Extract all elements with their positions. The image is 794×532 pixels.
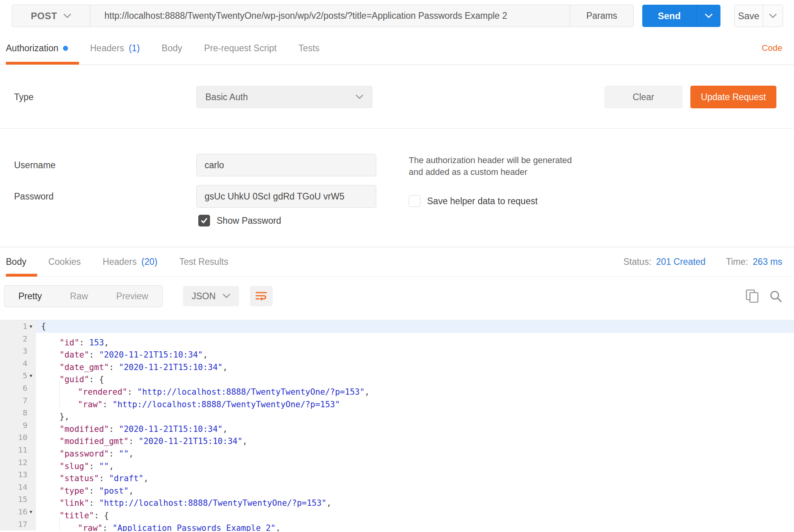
code-line-content[interactable]: "title": { <box>36 506 794 518</box>
code-line-content[interactable]: "id": 153, <box>36 333 794 345</box>
check-icon <box>200 217 208 225</box>
auth-helper: The authorization header will be generat… <box>409 154 572 226</box>
line-gutter: 3 <box>0 345 36 358</box>
code-line-content[interactable]: "raw": "http://localhost:8888/TwentyTwen… <box>36 395 794 407</box>
code-line-content[interactable]: "guid": { <box>36 370 794 382</box>
show-password-row: Show Password <box>198 215 376 226</box>
copy-response-button[interactable] <box>745 289 759 303</box>
tab-tests-label: Tests <box>298 43 320 54</box>
code-line-content[interactable]: "slug": "", <box>36 457 794 469</box>
code-line[interactable]: 2"id": 153, <box>0 333 794 345</box>
code-line-content[interactable]: { <box>36 320 794 333</box>
line-gutter: 2 <box>0 333 36 345</box>
username-input[interactable] <box>196 154 376 176</box>
response-tab-cookies[interactable]: Cookies <box>37 247 92 277</box>
code-line-content[interactable]: "status": "draft", <box>36 469 794 481</box>
response-tab-body[interactable]: Body <box>6 247 37 277</box>
code-link[interactable]: Code <box>762 43 782 53</box>
code-line[interactable]: 17"raw": "Application Passwords Example … <box>0 518 794 531</box>
line-gutter: 14 <box>0 481 36 494</box>
code-line[interactable]: 1▾{ <box>0 320 794 333</box>
code-line[interactable]: 13"status": "draft", <box>0 469 794 481</box>
send-options-button[interactable] <box>696 5 720 27</box>
code-line[interactable]: 6"rendered": "http://localhost:8888/Twen… <box>0 382 794 395</box>
view-raw-button[interactable]: Raw <box>56 286 102 307</box>
search-icon <box>769 289 782 303</box>
response-tab-headers[interactable]: Headers (20) <box>92 247 169 277</box>
show-password-label: Show Password <box>217 216 281 226</box>
indent <box>41 457 59 469</box>
password-row: Password <box>0 185 376 208</box>
code-line-content[interactable]: "modified_gmt": "2020-11-21T15:10:34", <box>36 431 794 444</box>
auth-type-select[interactable]: Basic Auth <box>196 86 372 108</box>
view-pretty-button[interactable]: Pretty <box>4 286 56 307</box>
code-line[interactable]: 14"type": "post", <box>0 481 794 494</box>
postman-app: POST Params Send Save Authorization Head… <box>0 0 794 531</box>
tab-prerequest-script[interactable]: Pre-request Script <box>193 32 287 65</box>
send-button[interactable]: Send <box>642 5 696 27</box>
response-tab-test-results-label: Test Results <box>179 257 228 267</box>
wrap-lines-icon <box>255 291 268 302</box>
method-dropdown[interactable]: POST <box>12 5 90 27</box>
save-helper-checkbox[interactable] <box>409 195 420 207</box>
chevron-down-icon <box>769 14 777 18</box>
fold-toggle-icon[interactable]: ▾ <box>27 506 34 518</box>
code-line[interactable]: 12"slug": "", <box>0 457 794 469</box>
format-select[interactable]: JSON <box>183 286 239 306</box>
tab-headers[interactable]: Headers (1) <box>79 32 151 65</box>
line-gutter: 10 <box>0 431 36 444</box>
url-input[interactable] <box>90 5 570 27</box>
tab-tests[interactable]: Tests <box>287 32 331 65</box>
code-line-content[interactable]: "raw": "Application Passwords Example 2"… <box>36 518 794 531</box>
code-line[interactable]: 3"date": "2020-11-21T15:10:34", <box>0 345 794 358</box>
line-gutter: 12 <box>0 457 36 469</box>
code-line[interactable]: 9"modified": "2020-11-21T15:10:34", <box>0 419 794 432</box>
code-line[interactable]: 16▾"title": { <box>0 506 794 518</box>
save-options-button[interactable] <box>763 5 783 27</box>
auth-toolbar: Type Basic Auth Clear Update Request <box>0 86 794 108</box>
code-line[interactable]: 15"link": "http://localhost:8888/TwentyT… <box>0 493 794 506</box>
line-number: 16 <box>18 506 27 518</box>
update-request-button[interactable]: Update Request <box>690 86 776 108</box>
helper-text-line1: The authorization header will be generat… <box>409 155 572 165</box>
tab-body[interactable]: Body <box>151 32 193 65</box>
save-helper-row: Save helper data to request <box>409 195 572 207</box>
clear-button[interactable]: Clear <box>604 86 683 108</box>
code-line-content[interactable]: "date_gmt": "2020-11-21T15:10:34", <box>36 358 794 370</box>
line-gutter: 17 <box>0 518 36 531</box>
code-line[interactable]: 11"password": "", <box>0 444 794 457</box>
code-line[interactable]: 7"raw": "http://localhost:8888/TwentyTwe… <box>0 395 794 407</box>
fold-toggle-icon[interactable]: ▾ <box>27 370 34 382</box>
code-line-content[interactable]: "modified": "2020-11-21T15:10:34", <box>36 419 794 432</box>
line-number: 1 <box>23 320 27 333</box>
show-password-checkbox[interactable] <box>198 215 210 226</box>
code-line-content[interactable]: }, <box>36 407 794 419</box>
code-line-content[interactable]: "password": "", <box>36 444 794 457</box>
code-line[interactable]: 8}, <box>0 407 794 419</box>
response-tab-body-label: Body <box>6 257 26 267</box>
line-number: 8 <box>23 407 27 419</box>
fold-toggle-icon[interactable]: ▾ <box>27 320 34 333</box>
code-line[interactable]: 4"date_gmt": "2020-11-21T15:10:34", <box>0 358 794 370</box>
line-gutter: 16▾ <box>0 506 36 518</box>
password-input[interactable] <box>196 185 376 208</box>
save-button[interactable]: Save <box>734 5 763 27</box>
line-number: 2 <box>23 333 27 345</box>
wrap-lines-button[interactable] <box>250 286 273 306</box>
params-button[interactable]: Params <box>570 5 633 27</box>
tab-authorization[interactable]: Authorization <box>6 32 79 65</box>
view-preview-button[interactable]: Preview <box>102 286 162 307</box>
indent <box>41 431 59 444</box>
save-group: Save <box>734 5 783 27</box>
json-key: "raw" <box>78 523 102 531</box>
code-line[interactable]: 5▾"guid": { <box>0 370 794 382</box>
code-line[interactable]: 10"modified_gmt": "2020-11-21T15:10:34", <box>0 431 794 444</box>
indent <box>41 345 59 358</box>
code-line-content[interactable]: "date": "2020-11-21T15:10:34", <box>36 345 794 358</box>
line-number: 6 <box>23 382 27 395</box>
code-line-content[interactable]: "rendered": "http://localhost:8888/Twent… <box>36 382 794 395</box>
code-line-content[interactable]: "type": "post", <box>36 481 794 494</box>
response-tab-test-results[interactable]: Test Results <box>168 247 239 277</box>
search-response-button[interactable] <box>769 289 782 303</box>
code-line-content[interactable]: "link": "http://localhost:8888/TwentyTwe… <box>36 493 794 506</box>
